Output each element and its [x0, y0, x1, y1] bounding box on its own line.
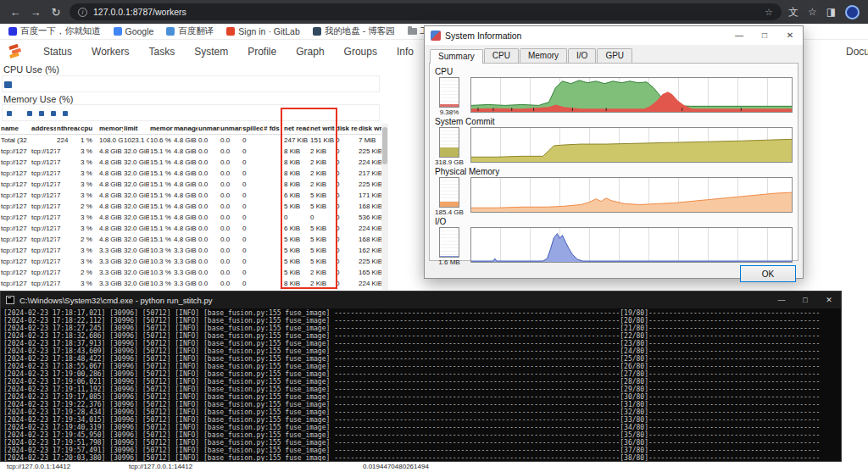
workers-table-body: Total (322241 %108.0 GiB1023.1 GiB10.6 %… [0, 135, 381, 290]
nav-item-profile[interactable]: Profile [248, 46, 276, 58]
bookmark-item[interactable]: Google [114, 26, 154, 36]
scrollbar-thumb[interactable] [382, 127, 387, 164]
nav-item-system[interactable]: System [194, 46, 228, 58]
documentation-link[interactable]: Documentation [846, 46, 868, 58]
minimize-icon[interactable]: — [770, 292, 793, 308]
column-header[interactable]: cpu [80, 123, 98, 135]
table-cell: 3 % [80, 190, 98, 201]
column-header[interactable]: unmanag [220, 123, 242, 135]
log-line: [2024-02-23 17:19:11,192] [30996] [50712… [3, 386, 841, 393]
bookmark-star-icon[interactable]: ☆ [765, 7, 773, 18]
cmd-titlebar[interactable]: C:\Windows\System32\cmd.exe - python run… [1, 292, 841, 308]
favicon [8, 27, 17, 36]
column-header[interactable]: unmanag [198, 123, 220, 135]
table-cell: 2 KiB [309, 146, 335, 157]
table-cell: 32.0 GiB [123, 278, 149, 289]
column-header[interactable]: nthreads [56, 123, 80, 135]
table-cell: 3.3 GiB [98, 245, 123, 256]
close-icon[interactable]: ✕ [777, 26, 803, 45]
column-header[interactable]: address [31, 123, 56, 135]
table-cell: 224 KiB [358, 157, 381, 168]
bookmark-label: Sign in · GitLab [238, 26, 299, 36]
nav-item-workers[interactable]: Workers [92, 46, 129, 58]
column-header[interactable]: memory [98, 123, 123, 135]
table-cell: 8 KiB [283, 157, 309, 168]
sysinfo-titlebar[interactable]: System Information — □ ✕ [425, 26, 803, 45]
column-header[interactable]: net read [283, 123, 309, 135]
table-cell: 247 KiB [283, 135, 309, 147]
system-commit-value: 318.9 GB [435, 158, 464, 166]
translate-icon[interactable]: 文 [788, 5, 798, 19]
cmd-output[interactable]: [2024-02-23 17:18:17,021] [30996] [50712… [1, 308, 841, 461]
table-cell: 0.0 [220, 146, 242, 157]
ok-button[interactable]: OK [740, 265, 796, 282]
maximize-icon[interactable]: □ [752, 26, 777, 45]
minimize-icon[interactable]: — [726, 26, 752, 45]
table-cell [263, 168, 283, 179]
footer-worker-address: tcp://127.0.0.1:14412 [129, 463, 192, 470]
star-icon[interactable]: ☆ [808, 6, 817, 18]
tab-cpu[interactable]: CPU [484, 48, 519, 63]
column-header[interactable]: # fds [263, 123, 283, 135]
column-header[interactable]: disk write [358, 123, 381, 135]
column-header[interactable]: spilled [242, 123, 263, 135]
tab-io[interactable]: I/O [568, 48, 596, 63]
nav-item-info[interactable]: Info [397, 46, 414, 58]
column-header[interactable]: managed [173, 123, 198, 135]
log-line: [2024-02-23 17:18:17,021] [30996] [50712… [3, 309, 841, 317]
table-scrollbar[interactable] [381, 124, 388, 290]
column-header[interactable]: net write [309, 123, 335, 135]
bookmark-item[interactable]: 我的地盘 - 博客园 [313, 25, 395, 37]
table-cell: 0.0 [198, 168, 220, 179]
bookmark-item[interactable]: Sign in · GitLab [226, 26, 299, 36]
table-row: tcp://127tcp://12772 %4.8 GiB32.0 GiB15.… [0, 234, 381, 245]
table-cell: 217 KiB [358, 168, 381, 179]
address-bar[interactable]: i 127.0.0.1:8787/workers ☆ [70, 3, 782, 20]
profile-avatar[interactable] [845, 5, 860, 19]
nav-item-groups[interactable]: Groups [344, 46, 377, 58]
side-panel-icon[interactable]: ◨ [826, 6, 836, 18]
table-cell: 4.8 GiB [98, 190, 123, 201]
close-icon[interactable]: ✕ [817, 292, 841, 308]
table-cell: 4.8 GiB [173, 234, 198, 245]
table-cell: 0.0 [220, 267, 242, 278]
table-cell: tcp://127 [0, 201, 31, 212]
forward-icon[interactable]: → [29, 6, 42, 19]
nav-item-status[interactable]: Status [43, 46, 72, 58]
table-cell: 0 [335, 212, 358, 223]
table-cell: 3.3 GiB [98, 267, 123, 278]
table-cell [263, 223, 283, 234]
url-text[interactable]: 127.0.0.1:8787/workers [93, 7, 186, 17]
column-header[interactable]: memory [149, 123, 173, 135]
column-header[interactable]: name [0, 123, 31, 135]
bookmark-label: 百度一下，你就知道 [20, 25, 101, 37]
sysinfo-app-icon [431, 31, 441, 41]
table-cell: 5 KiB [309, 245, 335, 256]
bookmark-item[interactable]: 百度翻译 [166, 25, 214, 37]
table-row: tcp://127tcp://12772 %4.8 GiB32.0 GiB15.… [0, 201, 381, 212]
table-cell: 0.0 [198, 146, 220, 157]
nav-item-tasks[interactable]: Tasks [148, 46, 175, 58]
back-icon[interactable]: ← [8, 6, 22, 19]
bookmark-item[interactable]: 百度一下，你就知道 [8, 25, 101, 37]
column-header[interactable]: limit [123, 123, 149, 135]
table-cell: 1023.1 GiB [123, 135, 149, 147]
column-header[interactable]: disk read [335, 123, 358, 135]
site-info-icon[interactable]: i [78, 8, 87, 17]
tab-gpu[interactable]: GPU [597, 48, 632, 63]
table-cell: 0 [242, 212, 263, 223]
tab-summary[interactable]: Summary [430, 49, 483, 64]
table-cell: 3 % [80, 168, 98, 179]
table-cell: tcp://127 [0, 212, 31, 223]
reload-icon[interactable]: ↻ [49, 6, 63, 19]
table-cell: 0 [242, 190, 263, 201]
table-cell: 7 [56, 256, 80, 267]
tab-memory[interactable]: Memory [520, 48, 567, 63]
table-row: tcp://127tcp://12773 %4.8 GiB32.0 GiB15.… [0, 223, 381, 234]
nav-item-graph[interactable]: Graph [296, 46, 324, 58]
maximize-icon[interactable]: □ [793, 292, 817, 308]
table-cell: 10.3 % [149, 267, 173, 278]
table-cell: 5 KiB [309, 256, 335, 267]
table-cell: 3 % [80, 146, 98, 157]
table-cell: 0 [242, 157, 263, 168]
